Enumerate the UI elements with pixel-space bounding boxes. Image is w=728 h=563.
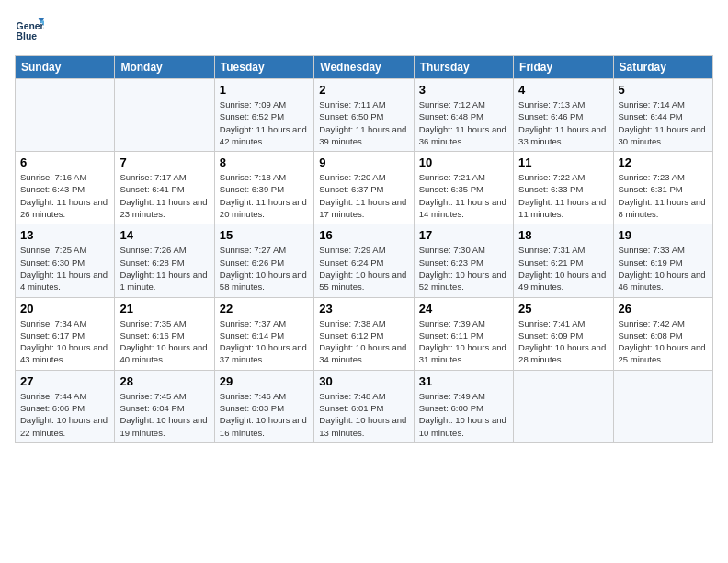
day-info: Sunrise: 7:37 AM Sunset: 6:14 PM Dayligh… xyxy=(220,317,309,366)
day-number: 4 xyxy=(518,83,608,97)
day-number: 19 xyxy=(619,228,708,242)
day-header-monday: Monday xyxy=(115,56,214,79)
calendar-cell: 8Sunrise: 7:18 AM Sunset: 6:39 PM Daylig… xyxy=(214,152,313,224)
day-info: Sunrise: 7:49 AM Sunset: 6:00 PM Dayligh… xyxy=(419,390,508,439)
day-info: Sunrise: 7:18 AM Sunset: 6:39 PM Dayligh… xyxy=(220,171,309,220)
day-number: 18 xyxy=(518,228,608,242)
calendar-cell: 15Sunrise: 7:27 AM Sunset: 6:26 PM Dayli… xyxy=(214,224,313,297)
day-number: 13 xyxy=(20,228,109,242)
day-info: Sunrise: 7:25 AM Sunset: 6:30 PM Dayligh… xyxy=(20,244,109,293)
day-header-friday: Friday xyxy=(514,56,613,79)
calendar-cell: 2Sunrise: 7:11 AM Sunset: 6:50 PM Daylig… xyxy=(314,79,414,152)
day-info: Sunrise: 7:26 AM Sunset: 6:28 PM Dayligh… xyxy=(119,244,209,293)
calendar: SundayMondayTuesdayWednesdayThursdayFrid… xyxy=(15,55,713,443)
week-row-4: 20Sunrise: 7:34 AM Sunset: 6:17 PM Dayli… xyxy=(16,297,713,370)
calendar-cell: 16Sunrise: 7:29 AM Sunset: 6:24 PM Dayli… xyxy=(314,224,414,297)
calendar-cell: 19Sunrise: 7:33 AM Sunset: 6:19 PM Dayli… xyxy=(613,224,712,297)
day-info: Sunrise: 7:29 AM Sunset: 6:24 PM Dayligh… xyxy=(319,244,408,293)
day-number: 14 xyxy=(119,228,209,242)
day-number: 21 xyxy=(119,302,209,316)
day-number: 12 xyxy=(619,155,708,169)
day-number: 3 xyxy=(419,83,508,97)
day-info: Sunrise: 7:16 AM Sunset: 6:43 PM Dayligh… xyxy=(20,171,109,220)
day-number: 10 xyxy=(419,155,508,169)
calendar-cell: 3Sunrise: 7:12 AM Sunset: 6:48 PM Daylig… xyxy=(414,79,513,152)
day-info: Sunrise: 7:35 AM Sunset: 6:16 PM Dayligh… xyxy=(119,317,209,366)
calendar-cell xyxy=(613,370,712,442)
logo: General Blue xyxy=(15,15,48,44)
calendar-cell xyxy=(115,79,214,152)
day-number: 8 xyxy=(220,155,309,169)
day-info: Sunrise: 7:11 AM Sunset: 6:50 PM Dayligh… xyxy=(319,98,408,147)
calendar-cell: 24Sunrise: 7:39 AM Sunset: 6:11 PM Dayli… xyxy=(414,297,513,370)
day-header-wednesday: Wednesday xyxy=(314,56,414,79)
day-header-saturday: Saturday xyxy=(613,56,712,79)
day-number: 27 xyxy=(20,374,109,388)
day-info: Sunrise: 7:09 AM Sunset: 6:52 PM Dayligh… xyxy=(220,98,309,147)
calendar-cell xyxy=(16,79,115,152)
week-row-1: 1Sunrise: 7:09 AM Sunset: 6:52 PM Daylig… xyxy=(16,79,713,152)
day-header-sunday: Sunday xyxy=(16,56,115,79)
day-info: Sunrise: 7:48 AM Sunset: 6:01 PM Dayligh… xyxy=(319,390,408,439)
calendar-cell: 1Sunrise: 7:09 AM Sunset: 6:52 PM Daylig… xyxy=(214,79,313,152)
day-number: 23 xyxy=(319,302,408,316)
day-number: 30 xyxy=(319,374,408,388)
day-info: Sunrise: 7:44 AM Sunset: 6:06 PM Dayligh… xyxy=(20,390,109,439)
day-info: Sunrise: 7:27 AM Sunset: 6:26 PM Dayligh… xyxy=(220,244,309,293)
calendar-cell: 17Sunrise: 7:30 AM Sunset: 6:23 PM Dayli… xyxy=(414,224,513,297)
day-number: 25 xyxy=(518,302,608,316)
day-info: Sunrise: 7:21 AM Sunset: 6:35 PM Dayligh… xyxy=(419,171,508,220)
day-number: 2 xyxy=(319,83,408,97)
calendar-cell: 9Sunrise: 7:20 AM Sunset: 6:37 PM Daylig… xyxy=(314,152,414,224)
day-number: 29 xyxy=(220,374,309,388)
day-info: Sunrise: 7:33 AM Sunset: 6:19 PM Dayligh… xyxy=(619,244,708,293)
calendar-cell: 23Sunrise: 7:38 AM Sunset: 6:12 PM Dayli… xyxy=(314,297,414,370)
day-number: 22 xyxy=(220,302,309,316)
calendar-cell: 4Sunrise: 7:13 AM Sunset: 6:46 PM Daylig… xyxy=(514,79,613,152)
logo-icon: General Blue xyxy=(15,15,44,44)
day-header-tuesday: Tuesday xyxy=(214,56,313,79)
calendar-cell: 27Sunrise: 7:44 AM Sunset: 6:06 PM Dayli… xyxy=(16,370,115,442)
calendar-cell: 14Sunrise: 7:26 AM Sunset: 6:28 PM Dayli… xyxy=(115,224,214,297)
day-info: Sunrise: 7:38 AM Sunset: 6:12 PM Dayligh… xyxy=(319,317,408,366)
calendar-cell: 5Sunrise: 7:14 AM Sunset: 6:44 PM Daylig… xyxy=(613,79,712,152)
day-number: 16 xyxy=(319,228,408,242)
calendar-cell: 13Sunrise: 7:25 AM Sunset: 6:30 PM Dayli… xyxy=(16,224,115,297)
day-header-thursday: Thursday xyxy=(414,56,513,79)
calendar-cell: 6Sunrise: 7:16 AM Sunset: 6:43 PM Daylig… xyxy=(16,152,115,224)
page-header: General Blue xyxy=(15,15,713,44)
day-info: Sunrise: 7:42 AM Sunset: 6:08 PM Dayligh… xyxy=(619,317,708,366)
calendar-cell: 12Sunrise: 7:23 AM Sunset: 6:31 PM Dayli… xyxy=(613,152,712,224)
calendar-cell: 7Sunrise: 7:17 AM Sunset: 6:41 PM Daylig… xyxy=(115,152,214,224)
day-info: Sunrise: 7:14 AM Sunset: 6:44 PM Dayligh… xyxy=(619,98,708,147)
day-number: 17 xyxy=(419,228,508,242)
day-info: Sunrise: 7:46 AM Sunset: 6:03 PM Dayligh… xyxy=(220,390,309,439)
week-row-3: 13Sunrise: 7:25 AM Sunset: 6:30 PM Dayli… xyxy=(16,224,713,297)
day-number: 6 xyxy=(20,155,109,169)
day-info: Sunrise: 7:13 AM Sunset: 6:46 PM Dayligh… xyxy=(518,98,608,147)
calendar-cell: 10Sunrise: 7:21 AM Sunset: 6:35 PM Dayli… xyxy=(414,152,513,224)
day-number: 7 xyxy=(119,155,209,169)
calendar-cell: 25Sunrise: 7:41 AM Sunset: 6:09 PM Dayli… xyxy=(514,297,613,370)
day-info: Sunrise: 7:39 AM Sunset: 6:11 PM Dayligh… xyxy=(419,317,508,366)
week-row-5: 27Sunrise: 7:44 AM Sunset: 6:06 PM Dayli… xyxy=(16,370,713,442)
day-info: Sunrise: 7:22 AM Sunset: 6:33 PM Dayligh… xyxy=(518,171,608,220)
day-info: Sunrise: 7:31 AM Sunset: 6:21 PM Dayligh… xyxy=(518,244,608,293)
day-number: 26 xyxy=(619,302,708,316)
calendar-cell: 29Sunrise: 7:46 AM Sunset: 6:03 PM Dayli… xyxy=(214,370,313,442)
calendar-cell: 30Sunrise: 7:48 AM Sunset: 6:01 PM Dayli… xyxy=(314,370,414,442)
calendar-cell: 21Sunrise: 7:35 AM Sunset: 6:16 PM Dayli… xyxy=(115,297,214,370)
day-info: Sunrise: 7:30 AM Sunset: 6:23 PM Dayligh… xyxy=(419,244,508,293)
calendar-header-row: SundayMondayTuesdayWednesdayThursdayFrid… xyxy=(16,56,713,79)
day-number: 9 xyxy=(319,155,408,169)
day-info: Sunrise: 7:34 AM Sunset: 6:17 PM Dayligh… xyxy=(20,317,109,366)
calendar-cell xyxy=(514,370,613,442)
calendar-cell: 22Sunrise: 7:37 AM Sunset: 6:14 PM Dayli… xyxy=(214,297,313,370)
day-info: Sunrise: 7:41 AM Sunset: 6:09 PM Dayligh… xyxy=(518,317,608,366)
svg-text:General: General xyxy=(17,21,44,31)
day-number: 11 xyxy=(518,155,608,169)
day-info: Sunrise: 7:45 AM Sunset: 6:04 PM Dayligh… xyxy=(119,390,209,439)
week-row-2: 6Sunrise: 7:16 AM Sunset: 6:43 PM Daylig… xyxy=(16,152,713,224)
day-info: Sunrise: 7:12 AM Sunset: 6:48 PM Dayligh… xyxy=(419,98,508,147)
day-number: 20 xyxy=(20,302,109,316)
